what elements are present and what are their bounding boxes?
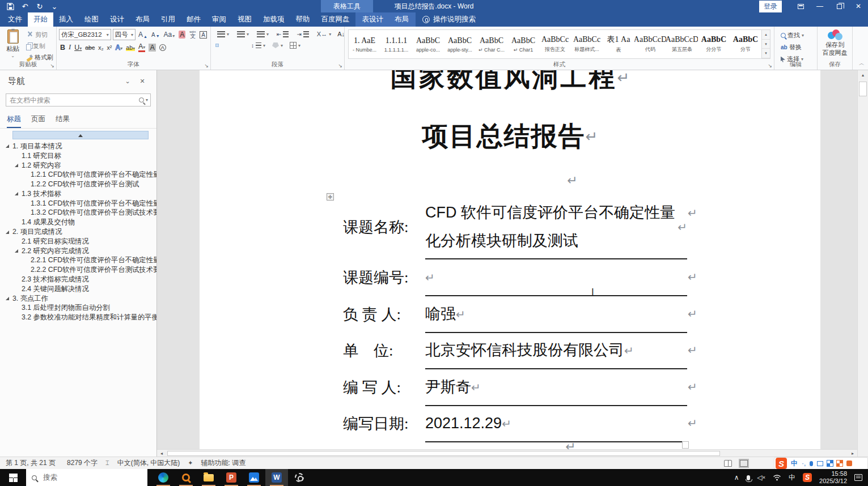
collapse-ribbon-icon[interactable]: ︿ [859, 59, 865, 67]
ribbon-tab[interactable]: 设计 [104, 12, 130, 27]
numbering-button[interactable]: ▾ [235, 31, 251, 38]
contextual-ribbon-tab[interactable]: 表设计 [357, 12, 389, 27]
field-value-cell[interactable]: ↵ [425, 259, 687, 296]
character-shading-button[interactable]: A [149, 44, 155, 52]
italic-button[interactable]: I [69, 43, 71, 52]
font-dialog-launcher[interactable]: ↘ [204, 63, 209, 69]
heading-tree-item[interactable]: 1.2.1 CFD软件可信度评价平台不确定性量化... [0, 170, 156, 180]
asian-layout-button[interactable]: X↔▾ [315, 30, 333, 38]
apple-co...[interactable]: AaBbC apple-co... [412, 30, 444, 58]
ime-mic-icon[interactable] [810, 461, 813, 466]
find-button[interactable]: 查找▾ [779, 31, 816, 40]
increase-indent-button[interactable]: ⇥ [295, 31, 310, 38]
heading-tree-item[interactable]: 2.1 研究目标实现情况 [0, 237, 156, 246]
taskbar-search-box[interactable] [26, 469, 147, 486]
ime-toolbox-icon[interactable] [837, 461, 842, 466]
strikethrough-button[interactable]: abc [85, 44, 95, 51]
代码[interactable]: AaBbCcD 代码 [634, 30, 666, 58]
search-dropdown-icon[interactable]: ▾ [146, 97, 148, 103]
font-size-combobox[interactable]: 四号▾ [113, 29, 136, 40]
expand-collapse-icon[interactable] [15, 164, 18, 167]
heading-tree-item[interactable]: 2.4 关键问题解决情况 [0, 284, 156, 294]
expand-collapse-icon[interactable] [6, 231, 9, 234]
proofing-status-icon[interactable]: ⌶ [103, 459, 112, 467]
clock[interactable]: 15:582025/3/12 [819, 470, 847, 485]
field-value-cell[interactable]: 2021.12.29↵ [425, 406, 687, 442]
heading-tree-item[interactable]: 3.1 后处理封闭物面自动分割 [0, 304, 156, 313]
borders-button[interactable]: ▾ [288, 41, 302, 49]
expand-collapse-icon[interactable] [15, 249, 18, 253]
heading-tree-item[interactable]: 2.2 研究内容完成情况 [0, 246, 156, 256]
styles-scroll-up-icon[interactable]: ▴ [762, 30, 770, 40]
field-value-cell[interactable]: 北京安怀信科技股份有限公司↵ [425, 333, 687, 369]
heading-tree-item[interactable]: 2.2.1 CFD软件可信度评价平台不确定性量化... [0, 256, 156, 266]
ribbon-tab[interactable]: 引用 [155, 12, 181, 27]
taskbar-edge-button[interactable] [152, 469, 175, 486]
ime-skin-icon[interactable] [827, 461, 833, 466]
minimize-button[interactable]: — [810, 0, 829, 12]
taskbar-search-app-button[interactable] [175, 469, 197, 486]
clipboard-dialog-launcher[interactable]: ↘ [50, 63, 54, 69]
styles-more-icon[interactable]: ▾ [762, 49, 770, 58]
heading-tree-item[interactable]: 2.3 技术指标完成情况 [0, 275, 156, 284]
报告正文[interactable]: AaBbCc 报告正文 [539, 30, 571, 58]
save-icon[interactable] [6, 2, 15, 11]
accessibility-icon[interactable]: ✦ [185, 459, 195, 467]
horizontal-scrollbar[interactable]: ◂ ▸ [157, 449, 857, 457]
heading-tree-item[interactable]: 2. 项目完成情况 [0, 227, 156, 237]
hidden-icons-chevron[interactable]: ∧ [734, 474, 739, 481]
navigation-close-icon[interactable]: ✕ [135, 78, 150, 85]
document-canvas[interactable]: 国家数值风洞工程↵ 项目总结报告↵ ↵ ✛ 课题名称: CFD 软件可信度评价平… [157, 70, 857, 449]
read-mode-icon[interactable] [724, 460, 732, 467]
taskbar-word-button[interactable]: W [265, 469, 288, 486]
ime-tool-icon[interactable] [846, 461, 852, 466]
text-highlight-button[interactable]: ab▾ [126, 44, 135, 51]
volume-muted-icon[interactable]: ◁× [757, 474, 766, 481]
shading-button[interactable]: ▾ [270, 42, 285, 49]
styles-scroll-down-icon[interactable]: ▾ [762, 40, 770, 49]
ribbon-tab[interactable]: 插入 [53, 12, 79, 27]
enclose-characters-button[interactable]: A [159, 44, 166, 51]
action-center-icon[interactable] [854, 474, 862, 481]
align-left-button[interactable] [215, 44, 219, 47]
heading-tree-item[interactable]: 1.3.2 CFD软件可信度评价平台测试技术要求 [0, 208, 156, 218]
ime-keyboard-icon[interactable] [817, 461, 823, 466]
clear-formatting-button[interactable]: A [177, 30, 187, 39]
taskbar-powerpoint-button[interactable]: P [220, 469, 243, 486]
ribbon-tab[interactable]: 邮件 [181, 12, 206, 27]
heading-tree-item[interactable]: 1.4 成果及交付物 [0, 218, 156, 227]
分分节[interactable]: AaBbC 分分节 [698, 30, 730, 58]
navigation-tab[interactable]: 标题 [7, 114, 21, 128]
↵ Char1[interactable]: AaBbC ↵ Char1 [507, 30, 539, 58]
mic-tray-icon[interactable] [747, 475, 750, 480]
decrease-indent-button[interactable]: ⇤ [275, 31, 290, 38]
navigation-tab[interactable]: 结果 [56, 114, 70, 128]
↵ Char C...[interactable]: AaBbC ↵ Char C... [476, 30, 507, 58]
sort-button[interactable]: A↓ [337, 31, 345, 37]
heading-tree-item[interactable]: 1.3.1 CFD软件可信度评价平台不确定性量化... [0, 199, 156, 208]
heading-tree-item[interactable]: 3. 亮点工作 [0, 294, 156, 304]
navigation-options-icon[interactable]: ⌄ [120, 78, 135, 85]
copy-button[interactable]: 复制 [24, 41, 55, 51]
word-count-status[interactable]: 8279 个字 [61, 458, 103, 468]
expand-collapse-icon[interactable] [6, 144, 9, 148]
character-border-button[interactable]: A [198, 31, 208, 39]
ribbon-tab[interactable]: 百度网盘 [316, 12, 355, 27]
sogou-logo-icon[interactable]: S [776, 458, 787, 469]
font-name-combobox[interactable]: 仿宋_GB2312▾ [59, 29, 111, 40]
line-spacing-button[interactable]: ↕▾ [249, 42, 267, 49]
ime-tray-icon[interactable]: 中 [789, 473, 795, 483]
sogou-tray-icon[interactable]: S [803, 473, 812, 482]
paste-button[interactable]: 粘贴 ⌄ [1, 28, 24, 62]
cut-button[interactable]: 剪切 [24, 30, 55, 40]
tell-me-search[interactable]: 操作说明搜索 [416, 12, 482, 27]
heading-tree-item[interactable]: 1.2.2 CFD软件可信度评价平台测试 [0, 180, 156, 189]
ribbon-display-options-button[interactable] [791, 0, 810, 12]
ime-punct-icon[interactable]: ·, [802, 459, 806, 467]
ribbon-tab[interactable]: 开始 [28, 12, 53, 27]
print-layout-icon[interactable] [740, 460, 748, 467]
text-effects-button[interactable]: A▾ [115, 44, 122, 52]
ribbon-tab[interactable]: 帮助 [290, 12, 316, 27]
document-page[interactable]: 国家数值风洞工程↵ 项目总结报告↵ ↵ ✛ 课题名称: CFD 软件可信度评价平… [200, 70, 820, 449]
page-count-status[interactable]: 第 1 页, 共 21 页 [0, 458, 61, 468]
